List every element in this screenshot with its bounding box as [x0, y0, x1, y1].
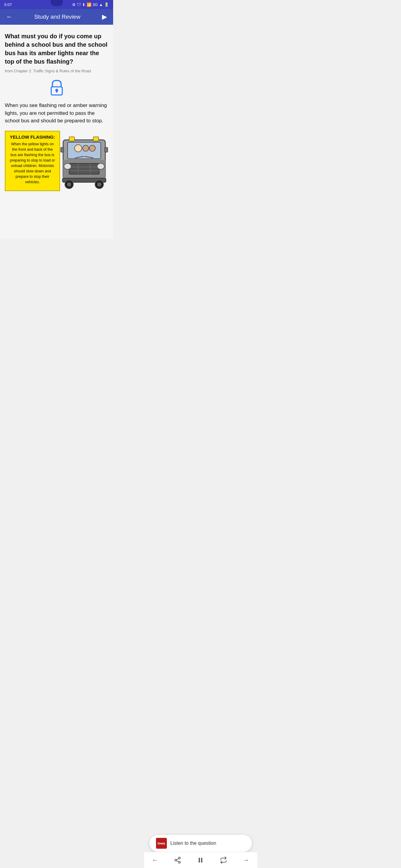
status-bar: 5:07 ⚙ 🛡 ⬇ 📶 3G ▲ 🔋 — [0, 0, 113, 9]
svg-point-16 — [64, 163, 71, 169]
school-bus-image — [60, 131, 108, 191]
sim-icon: 📶 — [87, 2, 91, 7]
play-button[interactable]: ▶ — [100, 11, 109, 23]
yellow-box: YELLOW FLASHING: When the yellow lights … — [5, 131, 60, 191]
answer-text: When you see flashing red or amber warni… — [5, 101, 108, 125]
status-time: 5:07 — [4, 2, 12, 7]
yellow-box-body: When the yellow lights on the front and … — [9, 141, 56, 185]
svg-point-20 — [67, 182, 71, 187]
svg-point-9 — [89, 145, 95, 151]
bus-svg-container — [60, 131, 108, 191]
back-button[interactable]: ← — [4, 11, 15, 23]
yellow-box-title: YELLOW FLASHING: — [9, 134, 56, 140]
settings-icon: ⚙ — [72, 2, 76, 7]
lock-icon-container — [5, 79, 108, 96]
question-text: What must you do if you come up behind a… — [5, 32, 108, 66]
svg-point-17 — [97, 163, 105, 169]
svg-rect-2 — [56, 90, 57, 93]
svg-point-7 — [75, 145, 82, 152]
shield-icon: 🛡 — [77, 2, 81, 7]
network-label: 3G — [93, 2, 98, 7]
svg-rect-4 — [69, 137, 75, 141]
chapter-ref: from Chapter 2. Traffic Signs & Rules of… — [5, 69, 108, 73]
lock-icon — [49, 79, 64, 96]
svg-point-22 — [97, 182, 102, 187]
camera-notch — [51, 0, 63, 6]
battery-icon: 🔋 — [104, 2, 109, 7]
svg-rect-25 — [61, 147, 64, 152]
download-icon: ⬇ — [82, 2, 85, 7]
svg-rect-5 — [93, 137, 99, 141]
svg-rect-11 — [69, 163, 99, 174]
toolbar: ← Study and Review ▶ — [0, 9, 113, 25]
toolbar-title: Study and Review — [34, 13, 80, 20]
content-area: What must you do if you come up behind a… — [0, 25, 113, 239]
bus-image-container: YELLOW FLASHING: When the yellow lights … — [5, 131, 108, 191]
svg-point-8 — [83, 145, 89, 151]
svg-rect-26 — [105, 147, 108, 152]
signal-icon: ▲ — [99, 2, 103, 7]
status-icons: ⚙ 🛡 ⬇ 📶 3G ▲ 🔋 — [72, 2, 109, 7]
